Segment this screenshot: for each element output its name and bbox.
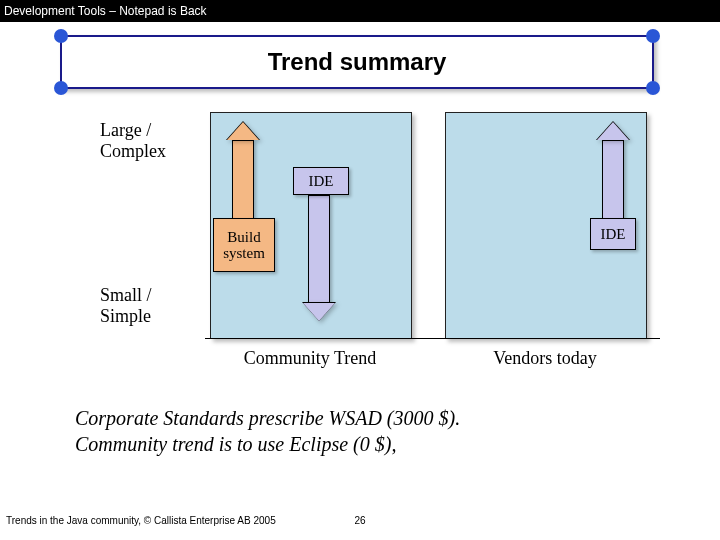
trend-chart: Large / Complex Small / Simple Build sys… (95, 110, 655, 380)
corner-dot-icon (646, 29, 660, 43)
box-ide-community: IDE (293, 167, 349, 195)
corner-dot-icon (54, 29, 68, 43)
arrow-down-icon (308, 195, 330, 321)
y-axis-label-top: Large / Complex (100, 120, 200, 161)
body-line-1: Corporate Standards prescribe WSAD (3000… (75, 405, 675, 431)
corner-dot-icon (646, 81, 660, 95)
arrow-up-icon (232, 122, 254, 220)
title-box: Trend summary (60, 35, 654, 89)
corner-dot-icon (54, 81, 68, 95)
x-axis (205, 338, 660, 339)
box-build-system: Build system (213, 218, 275, 272)
header-title: Development Tools – Notepad is Back (4, 4, 207, 18)
arrow-up-icon (602, 122, 624, 220)
body-text: Corporate Standards prescribe WSAD (3000… (75, 405, 675, 457)
box-ide-vendors: IDE (590, 218, 636, 250)
page-number: 26 (0, 515, 720, 526)
body-line-2: Community trend is to use Eclipse (0 $), (75, 431, 675, 457)
slide-title: Trend summary (62, 37, 652, 87)
y-axis-label-bottom: Small / Simple (100, 285, 200, 326)
x-axis-label-right: Vendors today (445, 348, 645, 369)
header-bar: Development Tools – Notepad is Back (0, 0, 720, 22)
x-axis-label-left: Community Trend (210, 348, 410, 369)
